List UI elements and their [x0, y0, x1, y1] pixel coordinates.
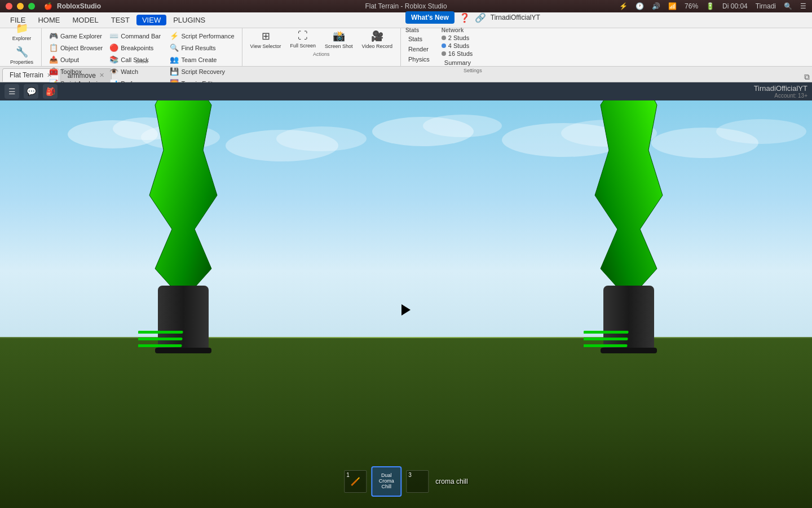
actions-row: ⊞ View Selector ⛶ Full Screen 📸 Screen S… [247, 28, 396, 51]
svg-rect-20 [601, 348, 657, 353]
app-name: RobloxStudio [57, 2, 101, 10]
viewport-wrapper: ☰ 💬 🎒 TirnadiOfficialYT Account: 13+ [0, 82, 812, 508]
find-results-button[interactable]: 🔍 Find Results [167, 42, 237, 53]
character-right-svg [584, 100, 674, 353]
svg-rect-18 [584, 338, 628, 340]
menu-home[interactable]: HOME [32, 15, 65, 25]
svg-rect-11 [158, 286, 209, 353]
team-create-button[interactable]: 👥 Team Create [167, 54, 237, 65]
menu-icon[interactable]: ☰ [800, 2, 806, 10]
svg-rect-14 [138, 344, 182, 347]
script-recovery-icon: 💾 [170, 67, 179, 76]
hamburger-menu-button[interactable]: ☰ [5, 84, 19, 99]
help-icon[interactable]: ❓ [459, 12, 470, 23]
hotbar-slot-3-num: 3 [408, 472, 412, 478]
show-col-3: ⚡ Script Performance 🔍 Find Results 👥 Te… [167, 30, 237, 89]
full-screen-icon: ⛶ [298, 30, 308, 42]
menu-view[interactable]: VIEW [136, 15, 166, 25]
properties-button[interactable]: 🔧 Properties [7, 44, 37, 67]
viewport-account-info: TirnadiOfficialYT Account: 13+ [754, 84, 807, 99]
title-bar-controls: 🍎 RobloxStudio [6, 2, 101, 10]
maximize-viewport-icon[interactable]: ⧉ [804, 72, 810, 82]
toolbox-button[interactable]: 🧰 Toolbox [46, 66, 105, 77]
studs-2-row: 2 Studs [442, 34, 474, 41]
stats-button[interactable]: Stats [405, 34, 433, 43]
whats-new-button[interactable]: What's New [405, 11, 454, 24]
hotbar-slot-active[interactable]: DualCromaChill [371, 466, 401, 497]
viewport[interactable]: 1 DualCromaChill 3 croma chill [0, 100, 812, 508]
game-explorer-button[interactable]: 🎮 Game Explorer [46, 30, 105, 41]
character-left [138, 100, 228, 353]
battery-icon: 🔋 [706, 2, 714, 10]
script-recovery-button[interactable]: 💾 Script Recovery [167, 66, 237, 77]
svg-rect-19 [584, 344, 628, 347]
sword-hotbar-icon [350, 476, 361, 487]
script-performance-icon: ⚡ [170, 32, 179, 40]
clock-icon: 🕐 [636, 2, 644, 10]
svg-line-22 [357, 478, 359, 480]
output-button[interactable]: 📤 Output [46, 54, 105, 65]
mouse-cursor [401, 304, 411, 316]
breakpoints-icon: 🔴 [109, 43, 118, 52]
menu-test[interactable]: TEST [105, 15, 135, 25]
sound-icon: 🔊 [652, 2, 660, 10]
show-label: Show [135, 59, 148, 64]
menu-model[interactable]: MODEL [67, 15, 104, 25]
studs-16-row: 16 Studs [442, 50, 474, 57]
stats-col: Stats Stats Render Physics [405, 27, 433, 67]
close-button[interactable] [6, 3, 12, 10]
backpack-button[interactable]: 🎒 [43, 84, 58, 99]
command-bar-button[interactable]: ⌨️ Command Bar [107, 30, 166, 41]
hotbar-slot-3[interactable]: 3 [406, 470, 429, 493]
object-browser-button[interactable]: 📋 Object Browser [46, 42, 105, 53]
object-browser-icon: 📋 [49, 43, 58, 52]
find-results-icon: 🔍 [170, 43, 179, 52]
video-record-button[interactable]: 🎥 Video Record [359, 28, 396, 51]
maximize-button[interactable] [28, 3, 35, 10]
search-icon[interactable]: 🔍 [784, 2, 792, 10]
viewport-toolbar: ☰ 💬 🎒 TirnadiOfficialYT Account: 13+ [0, 82, 812, 100]
svg-rect-13 [138, 338, 183, 340]
toolbar-section-explorer: 📁 Explorer 🔧 Properties [2, 28, 42, 66]
bluetooth-icon: ⚡ [619, 2, 628, 10]
svg-line-21 [351, 480, 357, 485]
video-record-icon: 🎥 [371, 30, 383, 42]
app-logo: 🍎 [44, 2, 52, 10]
chat-button[interactable]: 💬 [24, 84, 38, 99]
output-icon: 📤 [49, 55, 58, 64]
character-right [584, 100, 674, 353]
stud-dot-1 [442, 36, 446, 40]
title-bar: 🍎 RobloxStudio Flat Terrain - Roblox Stu… [0, 0, 812, 12]
physics-button[interactable]: Physics [405, 55, 433, 64]
stud-dot-3 [442, 51, 446, 56]
render-button[interactable]: Render [405, 45, 433, 54]
account-name: TirnadiOfficialYT [754, 84, 807, 93]
svg-rect-16 [603, 286, 654, 353]
window-title: Flat Terrain - Roblox Studio [365, 2, 447, 10]
summary-button[interactable]: Summary [442, 58, 474, 67]
screen-shot-button[interactable]: 📸 Screen Shot [321, 28, 356, 51]
toolbar-section-settings: What's New ❓ 🔗 TirnadiOfficialYT Stats S… [401, 28, 545, 66]
viewport-toolbar-left: ☰ 💬 🎒 [5, 84, 58, 99]
watch-button[interactable]: 👁️ Watch [107, 66, 166, 77]
svg-rect-15 [155, 348, 211, 353]
explorer-button[interactable]: 📁 Explorer [9, 20, 35, 43]
share-icon[interactable]: 🔗 [475, 12, 486, 23]
screen-shot-icon: 📸 [333, 30, 345, 42]
toolbar-section-actions: ⊞ View Selector ⛶ Full Screen 📸 Screen S… [242, 28, 401, 66]
network-col: Network 2 Studs 4 Studs 16 Studs Sum [442, 27, 474, 67]
stud-dot-2 [442, 43, 446, 48]
tab-flat-terrain-label: Flat Terrain [10, 71, 43, 79]
svg-point-4 [276, 126, 367, 151]
script-performance-button[interactable]: ⚡ Script Performance [167, 30, 237, 41]
hotbar-slot-1[interactable]: 1 [344, 470, 367, 493]
call-stack-icon: 📚 [109, 55, 118, 64]
watch-icon: 👁️ [109, 67, 118, 76]
view-selector-button[interactable]: ⊞ View Selector [247, 28, 285, 51]
minimize-button[interactable] [17, 3, 24, 10]
toolbox-icon: 🧰 [49, 67, 58, 76]
breakpoints-button[interactable]: 🔴 Breakpoints [107, 42, 166, 53]
hotbar-slot-1-num: 1 [346, 472, 350, 478]
full-screen-button[interactable]: ⛶ Full Screen [286, 28, 319, 51]
menu-plugins[interactable]: PLUGINS [167, 15, 211, 25]
